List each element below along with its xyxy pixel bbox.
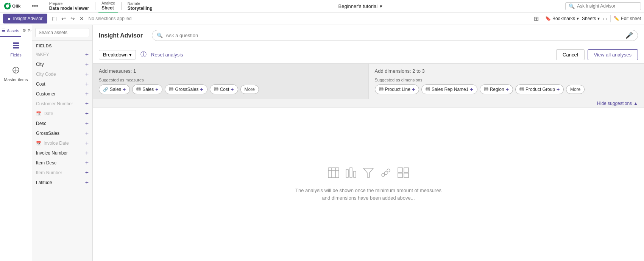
ask-advisor-search[interactable]: 🔍 (565, 2, 641, 10)
add-date-button[interactable]: + (85, 111, 89, 117)
dimension-chip-product-group[interactable]: Product Group + (515, 84, 564, 94)
add-customer-button[interactable]: + (85, 91, 89, 97)
clear-selections-button[interactable]: ✕ (78, 15, 86, 22)
measure-chip-cost[interactable]: Cost + (210, 84, 238, 94)
add-cost-button[interactable]: + (85, 81, 89, 87)
add-product-group-button[interactable]: + (557, 86, 560, 92)
sidebar-item-key[interactable]: %KEY + (32, 50, 92, 59)
add-latitude-button[interactable]: + (85, 180, 89, 186)
bookmarks-chevron-icon: ▾ (577, 16, 579, 21)
forward-button[interactable]: ↪ (69, 15, 76, 22)
nav-master-items[interactable]: Master items (0, 62, 32, 86)
add-sales2-button[interactable]: + (155, 86, 158, 92)
sidebar-item-latitude[interactable]: Latitude + (32, 178, 92, 188)
view-all-analyses-button[interactable]: View all analyses (588, 49, 638, 60)
nav-narrate[interactable]: Narrate Storytelling (125, 0, 156, 13)
svg-rect-31 (404, 173, 409, 178)
sidebar-item-invoice-date[interactable]: 📅 Invoice Date + (32, 138, 92, 148)
dimensions-more-button[interactable]: More (566, 85, 585, 94)
measures-more-button[interactable]: More (240, 85, 259, 94)
bookmarks-button[interactable]: 🔖 Bookmarks ▾ (545, 16, 579, 21)
sidebar-item-customer[interactable]: Customer + (32, 89, 92, 99)
add-region-button[interactable]: + (506, 86, 509, 92)
latitude-label: Latitude (36, 180, 52, 185)
ask-advisor-input[interactable] (577, 3, 638, 9)
insight-advisor-icon: ● (8, 16, 11, 22)
measure-chip-sales2[interactable]: Sales + (132, 84, 162, 94)
sidebar-item-item-desc[interactable]: Item Desc + (32, 158, 92, 168)
nav-analyze[interactable]: Analyze Sheet (98, 0, 118, 13)
insight-advisor-tab[interactable]: ● Insight Advisor (3, 14, 47, 23)
back-button[interactable]: ↩ (60, 15, 67, 22)
svg-rect-4 (13, 42, 19, 44)
info-button[interactable]: ⓘ (140, 51, 147, 59)
sidebar-item-city[interactable]: City + (32, 59, 92, 69)
insight-advisor-tab-label: Insight Advisor (13, 16, 42, 21)
add-sales1-button[interactable]: + (123, 86, 126, 92)
grid-view-button[interactable]: ⊞ (534, 15, 539, 22)
nav-fields[interactable]: Fields (0, 37, 32, 62)
sidebar-item-city-code[interactable]: City Code + (32, 69, 92, 79)
tab-assets[interactable]: ☰ Assets (0, 25, 21, 37)
tutorial-dropdown[interactable]: Beginner's tutorial ▾ (338, 3, 383, 9)
add-customer-number-button[interactable]: + (85, 101, 89, 107)
database-icon (136, 87, 141, 92)
add-city-code-button[interactable]: + (85, 71, 89, 77)
microphone-button[interactable]: 🎤 (625, 32, 633, 39)
add-desc-button[interactable]: + (85, 120, 89, 127)
add-grosssales-chip-button[interactable]: + (200, 86, 203, 92)
hide-suggestions-button[interactable]: Hide suggestions ▲ (597, 101, 638, 106)
selection-lasso-button[interactable]: ⬚ (50, 15, 58, 22)
scatter-icon (380, 167, 391, 181)
content-area: Insight Advisor 🔍 🎤 Breakdown ▾ ⓘ Reset … (93, 25, 644, 261)
dimension-chip-product-line[interactable]: Product Line + (375, 84, 419, 94)
measure-chip-grosssales[interactable]: GrossSales + (165, 84, 207, 94)
nav-prepare[interactable]: Prepare Data model viewer (46, 0, 92, 13)
top-nav: Qlik ••• Prepare Data model viewer Analy… (0, 0, 644, 13)
main-layout: ☰ Assets ⚙ Properties Fields (0, 25, 644, 261)
add-product-line-button[interactable]: + (412, 86, 415, 92)
add-grosssales-button[interactable]: + (85, 130, 89, 136)
add-item-desc-button[interactable]: + (85, 160, 89, 166)
measure-chip-sales1[interactable]: 🔗 Sales + (99, 84, 130, 94)
breakdown-chevron-icon: ▾ (129, 52, 132, 58)
next-sheet-button[interactable]: › (605, 16, 607, 22)
add-cost-chip-button[interactable]: + (231, 86, 234, 92)
sidebar: Fields %KEY + City + City Code + Cost + … (32, 25, 93, 261)
qlik-logo[interactable]: Qlik (3, 2, 26, 10)
bookmark-icon: 🔖 (545, 16, 551, 21)
svg-point-2 (8, 3, 11, 5)
add-measures-label: Add measures: 1 (99, 68, 362, 74)
prev-sheet-button[interactable]: ‹ (603, 16, 605, 22)
question-input[interactable] (166, 33, 622, 38)
sidebar-item-item-number[interactable]: Item Number + (32, 168, 92, 178)
add-sales-rep-button[interactable]: + (470, 86, 473, 92)
search-bar-icon: 🔍 (157, 33, 163, 38)
add-invoice-number-button[interactable]: + (85, 150, 89, 156)
add-key-button[interactable]: + (85, 52, 89, 58)
sidebar-item-grosssales[interactable]: GrossSales + (32, 128, 92, 138)
sidebar-item-customer-number[interactable]: Customer Number + (32, 99, 92, 109)
search-assets-input[interactable] (35, 28, 89, 37)
sidebar-item-invoice-number[interactable]: Invoice Number + (32, 148, 92, 158)
sidebar-item-cost[interactable]: Cost + (32, 79, 92, 89)
sidebar-item-desc[interactable]: Desc + (32, 119, 92, 128)
breakdown-button[interactable]: Breakdown ▾ (99, 50, 136, 59)
sheets-button[interactable]: Sheets ▾ (582, 16, 600, 21)
add-item-number-button[interactable]: + (85, 170, 89, 176)
svg-marker-24 (363, 168, 373, 177)
dimension-chip-region[interactable]: Region + (480, 84, 513, 94)
add-city-button[interactable]: + (85, 61, 89, 67)
dimension-chip-sales-rep[interactable]: Sales Rep Name1 + (421, 84, 477, 94)
add-invoice-date-button[interactable]: + (85, 140, 89, 146)
svg-rect-30 (398, 173, 402, 178)
assets-icon: ☰ (2, 28, 5, 33)
city-label: City (36, 62, 44, 67)
cancel-button[interactable]: Cancel (556, 49, 584, 60)
reset-analysis-button[interactable]: Reset analysis (151, 52, 183, 58)
svg-point-12 (214, 87, 218, 89)
edit-sheet-button[interactable]: ✏️ Edit sheet (614, 16, 641, 21)
question-search-bar[interactable]: 🔍 🎤 (152, 30, 638, 41)
sidebar-item-date[interactable]: 📅 Date + (32, 109, 92, 119)
more-options-button[interactable]: ••• (30, 3, 40, 9)
